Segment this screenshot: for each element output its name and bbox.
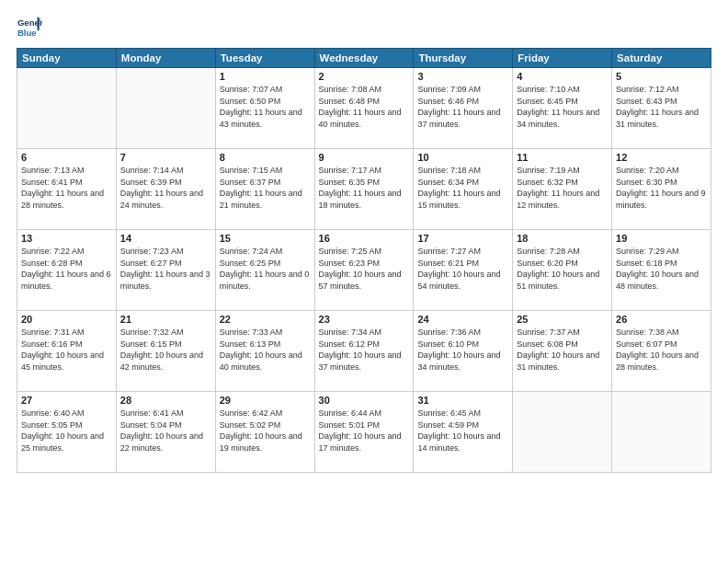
day-number: 2 <box>319 71 410 82</box>
calendar-cell: 31Sunrise: 6:45 AMSunset: 4:59 PMDayligh… <box>414 392 513 473</box>
calendar-week-row: 27Sunrise: 6:40 AMSunset: 5:05 PMDayligh… <box>17 392 711 473</box>
day-info: Sunrise: 7:28 AMSunset: 6:20 PMDaylight:… <box>517 246 608 292</box>
calendar-header-row: Sunday Monday Tuesday Wednesday Thursday… <box>17 49 711 68</box>
calendar-week-row: 1Sunrise: 7:07 AMSunset: 6:50 PMDaylight… <box>17 68 711 149</box>
day-info: Sunrise: 7:34 AMSunset: 6:12 PMDaylight:… <box>319 327 410 373</box>
header-monday: Monday <box>116 49 215 68</box>
day-info: Sunrise: 7:12 AMSunset: 6:43 PMDaylight:… <box>616 84 707 130</box>
day-number: 15 <box>220 233 311 244</box>
day-info: Sunrise: 7:17 AMSunset: 6:35 PMDaylight:… <box>319 165 410 211</box>
day-info: Sunrise: 7:29 AMSunset: 6:18 PMDaylight:… <box>616 246 707 292</box>
day-number: 5 <box>616 71 707 82</box>
header-friday: Friday <box>513 49 612 68</box>
day-info: Sunrise: 6:42 AMSunset: 5:02 PMDaylight:… <box>220 408 311 454</box>
calendar-cell: 29Sunrise: 6:42 AMSunset: 5:02 PMDayligh… <box>215 392 314 473</box>
calendar-cell: 24Sunrise: 7:36 AMSunset: 6:10 PMDayligh… <box>414 311 513 392</box>
calendar-cell: 3Sunrise: 7:09 AMSunset: 6:46 PMDaylight… <box>414 68 513 149</box>
header-saturday: Saturday <box>612 49 711 68</box>
day-info: Sunrise: 6:41 AMSunset: 5:04 PMDaylight:… <box>120 408 211 454</box>
day-info: Sunrise: 7:23 AMSunset: 6:27 PMDaylight:… <box>120 246 211 292</box>
day-number: 26 <box>616 314 707 325</box>
day-number: 31 <box>417 395 508 406</box>
day-info: Sunrise: 7:25 AMSunset: 6:23 PMDaylight:… <box>319 246 410 292</box>
day-info: Sunrise: 7:10 AMSunset: 6:45 PMDaylight:… <box>517 84 608 130</box>
calendar-cell: 22Sunrise: 7:33 AMSunset: 6:13 PMDayligh… <box>215 311 314 392</box>
day-info: Sunrise: 7:37 AMSunset: 6:08 PMDaylight:… <box>517 327 608 373</box>
header-tuesday: Tuesday <box>215 49 314 68</box>
calendar-cell <box>612 392 711 473</box>
calendar-cell: 28Sunrise: 6:41 AMSunset: 5:04 PMDayligh… <box>116 392 215 473</box>
logo: General Blue <box>17 15 44 40</box>
day-info: Sunrise: 7:36 AMSunset: 6:10 PMDaylight:… <box>417 327 508 373</box>
calendar-cell: 25Sunrise: 7:37 AMSunset: 6:08 PMDayligh… <box>513 311 612 392</box>
calendar-cell: 26Sunrise: 7:38 AMSunset: 6:07 PMDayligh… <box>612 311 711 392</box>
day-info: Sunrise: 7:19 AMSunset: 6:32 PMDaylight:… <box>517 165 608 211</box>
header: General Blue <box>17 15 711 40</box>
calendar: Sunday Monday Tuesday Wednesday Thursday… <box>17 48 711 473</box>
day-info: Sunrise: 7:33 AMSunset: 6:13 PMDaylight:… <box>220 327 311 373</box>
day-number: 21 <box>120 314 211 325</box>
calendar-cell: 19Sunrise: 7:29 AMSunset: 6:18 PMDayligh… <box>612 230 711 311</box>
calendar-cell: 9Sunrise: 7:17 AMSunset: 6:35 PMDaylight… <box>314 149 414 230</box>
header-sunday: Sunday <box>17 49 117 68</box>
svg-text:Blue: Blue <box>17 28 37 38</box>
calendar-cell: 10Sunrise: 7:18 AMSunset: 6:34 PMDayligh… <box>414 149 513 230</box>
day-number: 17 <box>417 233 508 244</box>
day-number: 1 <box>220 71 311 82</box>
day-info: Sunrise: 7:32 AMSunset: 6:15 PMDaylight:… <box>120 327 211 373</box>
day-info: Sunrise: 7:27 AMSunset: 6:21 PMDaylight:… <box>417 246 508 292</box>
day-info: Sunrise: 7:22 AMSunset: 6:28 PMDaylight:… <box>21 246 112 292</box>
day-number: 12 <box>616 152 707 163</box>
calendar-cell: 16Sunrise: 7:25 AMSunset: 6:23 PMDayligh… <box>314 230 414 311</box>
calendar-cell: 1Sunrise: 7:07 AMSunset: 6:50 PMDaylight… <box>215 68 314 149</box>
calendar-cell: 8Sunrise: 7:15 AMSunset: 6:37 PMDaylight… <box>215 149 314 230</box>
logo-icon: General Blue <box>17 15 42 40</box>
calendar-cell: 7Sunrise: 7:14 AMSunset: 6:39 PMDaylight… <box>116 149 215 230</box>
day-number: 22 <box>220 314 311 325</box>
day-number: 20 <box>21 314 112 325</box>
day-info: Sunrise: 6:45 AMSunset: 4:59 PMDaylight:… <box>417 408 508 454</box>
day-number: 3 <box>417 71 508 82</box>
day-number: 27 <box>21 395 112 406</box>
page: General Blue Sunday Monday Tuesday <box>0 0 728 563</box>
calendar-cell: 21Sunrise: 7:32 AMSunset: 6:15 PMDayligh… <box>116 311 215 392</box>
day-number: 23 <box>319 314 410 325</box>
header-thursday: Thursday <box>414 49 513 68</box>
day-number: 25 <box>517 314 608 325</box>
day-info: Sunrise: 7:18 AMSunset: 6:34 PMDaylight:… <box>417 165 508 211</box>
calendar-cell: 6Sunrise: 7:13 AMSunset: 6:41 PMDaylight… <box>17 149 117 230</box>
calendar-cell <box>513 392 612 473</box>
calendar-cell: 23Sunrise: 7:34 AMSunset: 6:12 PMDayligh… <box>314 311 414 392</box>
day-number: 13 <box>21 233 112 244</box>
calendar-cell: 5Sunrise: 7:12 AMSunset: 6:43 PMDaylight… <box>612 68 711 149</box>
day-info: Sunrise: 7:09 AMSunset: 6:46 PMDaylight:… <box>417 84 508 130</box>
calendar-cell <box>116 68 215 149</box>
day-number: 24 <box>417 314 508 325</box>
day-info: Sunrise: 7:15 AMSunset: 6:37 PMDaylight:… <box>220 165 311 211</box>
day-number: 6 <box>21 152 112 163</box>
day-number: 16 <box>319 233 410 244</box>
day-number: 10 <box>417 152 508 163</box>
calendar-cell: 18Sunrise: 7:28 AMSunset: 6:20 PMDayligh… <box>513 230 612 311</box>
calendar-cell: 14Sunrise: 7:23 AMSunset: 6:27 PMDayligh… <box>116 230 215 311</box>
day-info: Sunrise: 7:13 AMSunset: 6:41 PMDaylight:… <box>21 165 112 211</box>
day-info: Sunrise: 7:20 AMSunset: 6:30 PMDaylight:… <box>616 165 707 211</box>
calendar-cell: 17Sunrise: 7:27 AMSunset: 6:21 PMDayligh… <box>414 230 513 311</box>
day-info: Sunrise: 6:44 AMSunset: 5:01 PMDaylight:… <box>319 408 410 454</box>
day-number: 8 <box>220 152 311 163</box>
calendar-cell: 2Sunrise: 7:08 AMSunset: 6:48 PMDaylight… <box>314 68 414 149</box>
day-number: 28 <box>120 395 211 406</box>
day-info: Sunrise: 7:38 AMSunset: 6:07 PMDaylight:… <box>616 327 707 373</box>
day-number: 30 <box>319 395 410 406</box>
day-number: 9 <box>319 152 410 163</box>
calendar-cell: 4Sunrise: 7:10 AMSunset: 6:45 PMDaylight… <box>513 68 612 149</box>
day-number: 19 <box>616 233 707 244</box>
calendar-cell: 20Sunrise: 7:31 AMSunset: 6:16 PMDayligh… <box>17 311 117 392</box>
day-info: Sunrise: 7:08 AMSunset: 6:48 PMDaylight:… <box>319 84 410 130</box>
calendar-cell: 27Sunrise: 6:40 AMSunset: 5:05 PMDayligh… <box>17 392 117 473</box>
day-info: Sunrise: 7:31 AMSunset: 6:16 PMDaylight:… <box>21 327 112 373</box>
day-info: Sunrise: 6:40 AMSunset: 5:05 PMDaylight:… <box>21 408 112 454</box>
day-number: 14 <box>120 233 211 244</box>
day-info: Sunrise: 7:24 AMSunset: 6:25 PMDaylight:… <box>220 246 311 292</box>
calendar-cell: 13Sunrise: 7:22 AMSunset: 6:28 PMDayligh… <box>17 230 117 311</box>
